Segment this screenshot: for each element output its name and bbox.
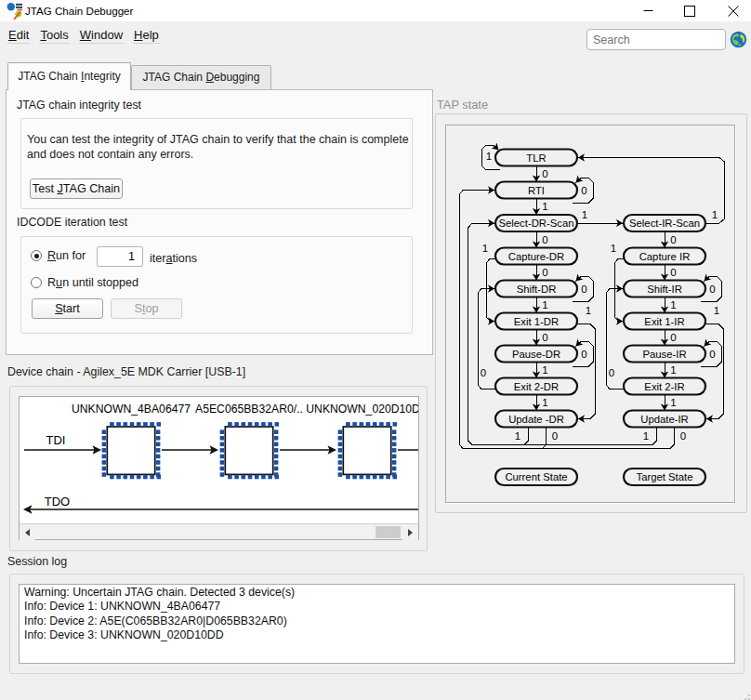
svg-text:0: 0 <box>680 430 686 442</box>
tap-state-exit-1-dr: Exit 1-DR <box>495 313 577 330</box>
svg-text:Update -DR: Update -DR <box>508 414 564 425</box>
iterations-label: iterations <box>150 251 197 266</box>
device-chain-canvas: UNKNOWN_4BA06477A5EC065BB32AR0/..UNKNOWN… <box>19 396 419 540</box>
svg-text:1: 1 <box>670 364 676 376</box>
svg-text:RTI: RTI <box>528 185 545 196</box>
maximize-button[interactable] <box>668 0 711 21</box>
log-line: Warning: Uncertain JTAG chain. Detected … <box>24 585 734 600</box>
tap-state-shift-dr: Shift-DR <box>495 281 577 297</box>
tap-state-tlr: TLR <box>495 150 577 166</box>
test-jtag-chain-button[interactable]: Test JTAG Chain <box>30 178 123 199</box>
svg-text:0: 0 <box>552 430 558 442</box>
integrity-tab-panel: JTAG chain integrity test You can test t… <box>6 89 433 355</box>
tap-state-canvas: 01001011001011111011011100100000TLRRTISe… <box>445 125 735 503</box>
device-chip[interactable]: UNKNOWN_4BA06477 <box>72 403 191 480</box>
svg-text:Select-IR-Scan: Select-IR-Scan <box>629 218 700 229</box>
svg-text:1: 1 <box>482 243 488 254</box>
run-for-radio[interactable] <box>31 250 42 261</box>
svg-text:Capture IR: Capture IR <box>639 251 691 262</box>
svg-text:0: 0 <box>670 234 676 245</box>
tap-state-title: TAP state <box>437 98 488 112</box>
device-label: UNKNOWN_4BA06477 <box>72 403 191 416</box>
svg-text:Exit 1-IR: Exit 1-IR <box>644 316 684 327</box>
window-title: JTAG Chain Debugger <box>25 0 133 21</box>
svg-text:1: 1 <box>670 299 676 310</box>
svg-text:1: 1 <box>486 151 492 162</box>
svg-text:Select-DR-Scan: Select-DR-Scan <box>499 218 574 229</box>
tap-state-select-dr-scan: Select-DR-Scan <box>495 215 577 231</box>
svg-text:1: 1 <box>586 305 591 316</box>
svg-text:0: 0 <box>609 367 614 378</box>
tap-state-exit-1-ir: Exit 1-IR <box>624 313 705 330</box>
iterations-input[interactable]: 1 <box>97 246 143 267</box>
tap-state-diagram: 01001011001011111011011100100000TLRRTISe… <box>446 125 734 502</box>
integrity-description-line1: You can test the integrity of JTAG chain… <box>27 132 409 147</box>
integrity-description-line2: and does not contain any errors. <box>27 147 193 162</box>
device-label: A5EC065BB32AR0/.. <box>195 403 303 416</box>
scroll-right-button[interactable] <box>402 524 418 540</box>
scroll-left-button[interactable] <box>20 524 35 540</box>
idcode-group: Run for 1 iterations Run until stopped S… <box>20 236 413 334</box>
tap-state-update-ir: Update-IR <box>624 411 705 428</box>
tap-state-rti: RTI <box>495 182 577 199</box>
run-for-label: Run for <box>47 249 86 262</box>
menu-tools[interactable]: Tools <box>39 28 69 44</box>
svg-text:0: 0 <box>542 332 547 343</box>
svg-text:1: 1 <box>643 430 649 442</box>
integrity-group: You can test the integrity of JTAG chain… <box>20 118 413 209</box>
title-bar: JTAG Chain Debugger <box>0 0 751 21</box>
tap-state-capture-dr: Capture-DR <box>495 248 577 265</box>
svg-text:Update-IR: Update-IR <box>640 414 689 425</box>
menu-edit[interactable]: Edit <box>7 28 30 44</box>
tap-legend-target-state: Target State <box>624 469 705 485</box>
svg-text:Pause-IR: Pause-IR <box>642 349 686 360</box>
stop-button[interactable]: Stop <box>111 298 182 319</box>
run-until-stopped-radio[interactable] <box>31 277 42 288</box>
device-chip[interactable]: A5EC065BB32AR0/.. <box>195 403 303 480</box>
svg-text:1: 1 <box>542 397 547 408</box>
svg-text:0: 0 <box>481 367 486 378</box>
tdo-label: TDO <box>45 495 70 508</box>
close-button[interactable] <box>712 0 751 21</box>
tab-jtag-chain-debugging[interactable]: JTAG Chain Debugging <box>131 65 271 89</box>
svg-text:Exit 2-IR: Exit 2-IR <box>644 381 684 392</box>
session-log-title: Session log <box>7 555 67 568</box>
log-line: Info: Device 3: UNKNOWN_020D10DD <box>24 627 734 642</box>
app-icon <box>7 2 22 20</box>
svg-text:0: 0 <box>709 284 715 295</box>
svg-text:1: 1 <box>712 209 718 220</box>
tap-state-pause-ir: Pause-IR <box>624 346 705 363</box>
svg-text:Capture-DR: Capture-DR <box>508 251 564 262</box>
device-chain-diagram: UNKNOWN_4BA06477A5EC065BB32AR0/..UNKNOWN… <box>20 397 418 522</box>
svg-text:Current State: Current State <box>505 471 567 482</box>
svg-text:Exit 1-DR: Exit 1-DR <box>514 316 559 327</box>
tab-jtag-chain-integrity[interactable]: JTAG Chain Integrity <box>7 62 131 90</box>
session-log-box[interactable]: Warning: Uncertain JTAG chain. Detected … <box>19 584 735 664</box>
svg-text:0: 0 <box>670 267 676 278</box>
globe-icon[interactable] <box>730 31 747 48</box>
menu-window[interactable]: Window <box>79 28 124 44</box>
log-line: Info: Device 2: A5E(C065BB32AR0|D065BB32… <box>24 614 734 628</box>
menu-help[interactable]: Help <box>133 28 160 44</box>
svg-text:0: 0 <box>542 168 547 179</box>
svg-text:TLR: TLR <box>526 152 546 164</box>
svg-text:1: 1 <box>542 299 547 310</box>
tap-state-shift-ir: Shift-IR <box>624 281 705 297</box>
svg-text:0: 0 <box>581 185 586 196</box>
run-for-radio-row: Run for <box>31 249 86 262</box>
device-chip[interactable]: UNKNOWN_020D10DD <box>306 403 418 480</box>
svg-text:0: 0 <box>542 234 547 245</box>
minimize-button[interactable] <box>626 0 669 21</box>
svg-text:1: 1 <box>714 305 719 316</box>
svg-text:Shift-DR: Shift-DR <box>517 284 557 295</box>
svg-text:1: 1 <box>582 209 587 220</box>
device-chain-hscrollbar[interactable] <box>20 523 418 539</box>
svg-text:Shift-IR: Shift-IR <box>647 284 682 295</box>
start-button[interactable]: Start <box>32 298 103 319</box>
resize-grip[interactable] <box>744 694 750 700</box>
search-input[interactable] <box>586 29 726 50</box>
svg-text:Pause-DR: Pause-DR <box>512 349 560 360</box>
scrollbar-thumb[interactable] <box>376 526 401 538</box>
tap-state-capture-ir: Capture IR <box>624 248 705 265</box>
tdi-label: TDI <box>46 433 66 447</box>
